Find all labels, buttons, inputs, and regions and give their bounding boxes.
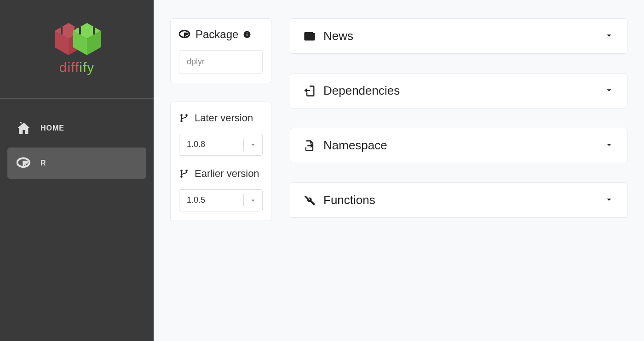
panel-namespace[interactable]: Namespace (290, 128, 627, 163)
panel-dependencies[interactable]: Dependencies (290, 73, 627, 108)
chevron-down-icon (604, 30, 614, 42)
tools-icon (303, 194, 316, 207)
package-label: Package (196, 28, 238, 41)
svg-point-16 (180, 120, 183, 122)
file-export-icon (303, 139, 316, 152)
version-card: Later version 1.0.8 (170, 102, 271, 221)
branch-icon (179, 113, 189, 123)
svg-point-15 (180, 114, 183, 116)
logo-icon (45, 18, 109, 60)
chevron-down-icon (244, 196, 262, 205)
brand-part1: diff (59, 60, 79, 75)
brand-part2: ify (79, 60, 94, 75)
svg-rect-13 (247, 34, 248, 36)
later-version-section: Later version 1.0.8 (179, 111, 263, 156)
nav-item-r[interactable]: R (7, 148, 146, 179)
package-input[interactable] (179, 50, 263, 74)
earlier-version-section: Earlier version 1.0.5 (179, 167, 263, 211)
r-lang-icon (179, 28, 191, 40)
chevron-down-icon (604, 85, 614, 97)
panel-title: Functions (323, 193, 375, 207)
chevron-down-icon (244, 141, 262, 149)
r-lang-icon (17, 156, 31, 170)
package-card: Package (170, 18, 271, 83)
later-version-select[interactable]: 1.0.8 (179, 134, 263, 156)
panels-column: News Dependencies (290, 18, 627, 218)
earlier-version-select[interactable]: 1.0.5 (179, 189, 263, 211)
file-import-icon (303, 85, 316, 97)
info-icon[interactable] (243, 30, 251, 39)
main: Package (154, 0, 644, 341)
panel-news[interactable]: News (290, 18, 627, 54)
package-card-header: Package (179, 28, 263, 41)
svg-point-17 (185, 114, 188, 116)
panel-functions[interactable]: Functions (290, 182, 627, 218)
logo-area: diffify (0, 0, 154, 99)
home-icon (17, 121, 31, 136)
svg-point-14 (247, 32, 247, 33)
panel-title: Namespace (323, 138, 387, 153)
later-version-value: 1.0.8 (179, 140, 243, 149)
earlier-version-label: Earlier version (179, 167, 263, 181)
nav: HOME R (0, 99, 154, 182)
nav-label-home: HOME (40, 124, 64, 132)
nav-label-r: R (40, 159, 46, 167)
panel-title: Dependencies (323, 84, 400, 98)
later-version-label: Later version (179, 111, 263, 125)
newspaper-icon (303, 30, 316, 43)
logo-text: diffify (59, 60, 94, 75)
branch-icon (179, 169, 189, 179)
earlier-version-value: 1.0.5 (179, 195, 243, 205)
svg-point-19 (180, 176, 183, 178)
chevron-down-icon (604, 194, 614, 206)
sidebar: diffify HOME R (0, 0, 154, 341)
panel-title: News (323, 29, 353, 43)
svg-point-20 (185, 170, 188, 172)
svg-point-18 (180, 170, 183, 172)
chevron-down-icon (604, 140, 614, 152)
nav-item-home[interactable]: HOME (7, 113, 146, 144)
controls-column: Package (170, 18, 271, 221)
